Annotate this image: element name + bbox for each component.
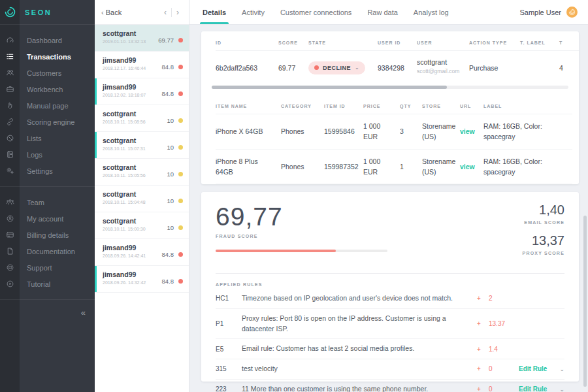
transaction-score: 69.77 bbox=[278, 51, 308, 84]
summary-row: 6b2daff2a563 69.77 DECLINE ⌄ 9384298 sco… bbox=[201, 51, 579, 84]
user-menu[interactable]: Sample User bbox=[519, 0, 578, 24]
sidebar-item[interactable]: Team bbox=[0, 194, 95, 210]
column-header: ITEM NAME bbox=[216, 95, 281, 114]
lists-icon bbox=[0, 134, 20, 142]
applied-rules-title: APPLIED RULES bbox=[216, 282, 564, 287]
transaction-score: 69.77 bbox=[158, 37, 174, 44]
sidebar-item-label: Documentation bbox=[27, 248, 75, 255]
app-window: SEON Dashboard Transactions Customers bbox=[0, 0, 588, 392]
transaction-list-item[interactable]: scottgrant 2018.10.11. 15:04:48 10 bbox=[95, 186, 189, 212]
action-type: Purchase bbox=[469, 51, 520, 84]
transaction-score: 10 bbox=[167, 197, 174, 204]
vertical-scrollbar-thumb[interactable] bbox=[583, 216, 587, 387]
brand-logo[interactable]: SEON bbox=[0, 0, 95, 25]
transaction-list-item[interactable]: scottgrant 2018.10.11. 15:07:31 10 bbox=[95, 132, 189, 159]
sidebar-item-label: Team bbox=[27, 199, 44, 206]
tab[interactable]: Details bbox=[203, 0, 226, 24]
sidebar-item[interactable]: Customers bbox=[0, 65, 95, 81]
transaction-list-item[interactable]: scottgrant 2018.10.11. 15:08:56 10 bbox=[95, 105, 189, 132]
tab[interactable]: Analyst log bbox=[414, 0, 449, 24]
sidebar-item[interactable]: Tutorial bbox=[0, 276, 95, 292]
transaction-label bbox=[520, 51, 559, 84]
fraud-score-label: FRAUD SCORE bbox=[216, 234, 387, 238]
status-dot bbox=[178, 145, 183, 150]
transaction-summary-card: ID SCORE STATE USER ID USER ACTION TYPE … bbox=[201, 31, 579, 184]
sidebar-item[interactable]: My account bbox=[0, 210, 95, 227]
back-button[interactable]: ‹Back bbox=[101, 8, 122, 16]
fraud-score-value: 69,77 bbox=[216, 203, 387, 231]
item-id: 159987352 bbox=[324, 150, 363, 185]
sidebar-item[interactable]: Transactions bbox=[0, 48, 95, 65]
side-score-value: 1,40 bbox=[523, 203, 564, 218]
state-dropdown[interactable]: DECLINE ⌄ bbox=[308, 61, 365, 74]
sidebar-item[interactable]: Workbench bbox=[0, 81, 95, 97]
detail-tabs: Details Activity Customer connections Ra… bbox=[203, 0, 465, 24]
status-dot bbox=[178, 279, 183, 284]
transaction-list-item[interactable]: jimsand99 2018.12.17. 16:46:44 84.8 bbox=[95, 52, 189, 78]
dashboard-icon bbox=[0, 36, 20, 44]
transaction-date: 2018.09.26. 14:32:42 bbox=[103, 280, 146, 285]
transaction-list-item[interactable]: scottgrant 2018.10.11. 15:00:30 10 bbox=[95, 212, 189, 239]
horizontal-scrollbar-thumb[interactable] bbox=[212, 86, 447, 89]
sidebar-collapse-icon[interactable]: « bbox=[81, 308, 86, 318]
transaction-user: jimsand99 bbox=[103, 83, 146, 91]
item-label: RAM: 16GB, Color: spacegray bbox=[483, 150, 572, 185]
sidebar-item[interactable]: Manual page bbox=[0, 97, 95, 114]
tab[interactable]: Raw data bbox=[367, 0, 397, 24]
column-header: T bbox=[559, 31, 579, 51]
transaction-user: scottgrant bbox=[103, 110, 146, 118]
settings-icon bbox=[0, 167, 20, 175]
rule-row: P1 Proxy rules: Port 80 is open on the I… bbox=[216, 309, 564, 340]
sidebar-item-label: Dashboard bbox=[27, 37, 62, 44]
status-dot bbox=[178, 65, 183, 69]
sidebar-item[interactable]: Lists bbox=[0, 130, 95, 146]
rule-text: test velocity bbox=[242, 364, 477, 374]
status-dot bbox=[178, 38, 183, 42]
chevron-down-icon[interactable]: ⌄ bbox=[555, 366, 564, 372]
transaction-list-item[interactable]: scottgrant 2019.01.10. 13:32:13 69.77 bbox=[95, 25, 189, 52]
seon-logo-icon bbox=[0, 6, 20, 18]
prev-page-button[interactable]: ‹ bbox=[159, 7, 171, 18]
column-header: ITEM ID bbox=[324, 95, 363, 114]
t-value: 4 bbox=[559, 51, 579, 84]
chevron-down-icon[interactable]: ⌄ bbox=[555, 386, 564, 392]
transaction-score: 84.8 bbox=[162, 63, 174, 71]
view-url-link[interactable]: view bbox=[460, 161, 475, 172]
next-page-button[interactable]: › bbox=[172, 7, 184, 18]
tab[interactable]: Customer connections bbox=[280, 0, 351, 24]
rule-code: 315 bbox=[216, 365, 242, 372]
transaction-list-item[interactable]: scottgrant 2018.10.11. 15:05:56 10 bbox=[95, 159, 189, 186]
edit-rule-link[interactable]: Edit Rule bbox=[519, 365, 555, 372]
view-url-link[interactable]: view bbox=[460, 126, 475, 137]
sidebar-item[interactable]: Documentation bbox=[0, 243, 95, 259]
rule-score: 1.4 bbox=[489, 346, 519, 353]
edit-rule-link[interactable]: Edit Rule bbox=[519, 385, 555, 392]
sidebar-item-label: Support bbox=[27, 264, 52, 272]
sidebar-item-label: Manual page bbox=[27, 102, 69, 110]
transaction-date: 2018.10.11. 15:00:30 bbox=[103, 227, 146, 231]
rule-code: 223 bbox=[216, 385, 242, 392]
sidebar-item[interactable]: Support bbox=[0, 259, 95, 276]
horizontal-scrollbar bbox=[212, 86, 568, 89]
sidebar-item[interactable]: Dashboard bbox=[0, 32, 95, 48]
transaction-user: scottgrant bbox=[103, 217, 146, 225]
rule-row: 223 11 More than one customer is using t… bbox=[216, 380, 564, 392]
sidebar-item[interactable]: Settings bbox=[0, 163, 95, 179]
column-header: USER bbox=[417, 31, 469, 51]
documentation-icon bbox=[0, 247, 20, 255]
scoring-engine-icon bbox=[0, 118, 20, 126]
item-category: Phones bbox=[281, 150, 324, 185]
topbar: Details Activity Customer connections Ra… bbox=[189, 0, 588, 25]
transaction-list-item[interactable]: jimsand99 2018.09.26. 14:32:42 84.8 bbox=[95, 266, 189, 293]
transaction-user: jimsand99 bbox=[103, 56, 146, 64]
transaction-list-item[interactable]: jimsand99 2018.09.26. 14:42:41 84.8 bbox=[95, 239, 189, 266]
transaction-user: scottgrant bbox=[103, 190, 146, 198]
sidebar-item[interactable]: Billing details bbox=[0, 227, 95, 243]
sidebar-item-label: Customers bbox=[27, 69, 61, 77]
sidebar-item[interactable]: Scoring engine bbox=[0, 114, 95, 130]
transaction-date: 2018.10.11. 15:05:56 bbox=[103, 173, 146, 178]
transaction-list-item[interactable]: jimsand99 2018.12.02. 18:18:07 84.8 bbox=[95, 78, 189, 105]
status-dot bbox=[178, 172, 183, 176]
tab[interactable]: Activity bbox=[242, 0, 265, 24]
sidebar-item[interactable]: Logs bbox=[0, 146, 95, 163]
